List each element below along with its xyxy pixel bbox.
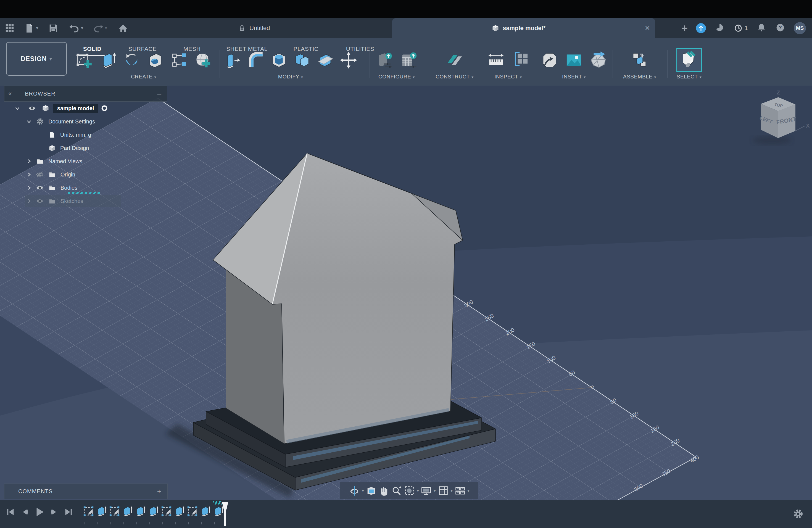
user-avatar[interactable]: MS	[794, 22, 806, 34]
assemble-menu[interactable]: ASSEMBLE▾	[618, 74, 662, 80]
step-forward-button[interactable]	[48, 506, 60, 518]
sketch-feature-icon[interactable]	[187, 502, 198, 519]
sketch-feature-icon[interactable]	[109, 502, 120, 519]
sketch-feature-icon[interactable]	[83, 502, 95, 519]
orbit-tool-button[interactable]	[349, 485, 360, 496]
combine-button[interactable]	[291, 48, 314, 72]
look-at-tool-button[interactable]	[366, 485, 377, 496]
insert-derive-button[interactable]	[537, 48, 562, 72]
design-workspace-menu[interactable]: DESIGN▾	[6, 42, 67, 76]
configuration-button[interactable]	[372, 48, 396, 72]
browser-row-origin[interactable]: Origin	[4, 168, 167, 181]
component-name[interactable]: sample model	[53, 104, 98, 113]
display-settings-button[interactable]	[421, 485, 432, 496]
document-tab-untitled[interactable]: Untitled ✕	[228, 18, 402, 38]
select-menu[interactable]: SELECT▾	[674, 74, 704, 80]
zoom-tool-button[interactable]	[391, 485, 402, 496]
extrude-feature-icon[interactable]	[174, 502, 185, 519]
hole-button[interactable]	[144, 48, 168, 72]
press-pull-button[interactable]	[221, 48, 244, 72]
collapse-panel-icon[interactable]: «	[8, 90, 12, 97]
measure-button[interactable]	[484, 48, 508, 72]
chevron-down-icon[interactable]	[14, 105, 21, 112]
create-menu[interactable]: CREATE▾	[72, 74, 215, 80]
grid-settings-button[interactable]	[438, 485, 449, 496]
construct-menu[interactable]: CONSTRUCT▾	[430, 74, 479, 80]
step-back-button[interactable]	[19, 506, 31, 518]
chevron-right-icon[interactable]	[26, 185, 32, 191]
extrude-feature-icon[interactable]	[96, 502, 107, 519]
comments-bar[interactable]: COMMENTS +	[4, 484, 168, 499]
browser-row-bodies[interactable]: Bodies	[4, 181, 167, 194]
add-comment-button[interactable]: +	[157, 487, 161, 496]
extrude-button[interactable]	[96, 48, 120, 72]
eye-icon[interactable]	[28, 104, 36, 113]
sketch-feature-icon[interactable]	[161, 502, 172, 519]
3d-viewport[interactable]: 300 250 200 150 100 50 0 50 100 150 200 …	[0, 86, 812, 500]
extrude-feature-icon[interactable]	[200, 502, 211, 519]
viewports-caret-icon[interactable]: ▾	[468, 488, 469, 493]
configuration-table-button[interactable]	[396, 48, 421, 72]
help-icon[interactable]	[775, 23, 785, 34]
extensions-icon[interactable]	[696, 23, 706, 33]
activate-component-radio[interactable]	[101, 105, 108, 112]
move-copy-button[interactable]	[337, 48, 360, 72]
new-tab-button[interactable]: +	[682, 23, 688, 33]
job-status-icon[interactable]	[714, 23, 725, 34]
browser-row-document-settings[interactable]: Document Settings	[4, 115, 167, 128]
notifications-bell-icon[interactable]	[756, 23, 767, 34]
eye-off-icon[interactable]	[35, 171, 44, 179]
document-tab-sample-model[interactable]: sample model* ✕	[392, 18, 655, 38]
browser-row-part-design[interactable]: Part Design	[4, 142, 167, 155]
browser-row-root[interactable]: sample model	[4, 102, 167, 115]
browser-row-sketches[interactable]: Sketches	[4, 194, 167, 208]
inspect-menu[interactable]: INSPECT▾	[484, 74, 533, 80]
display-caret-icon[interactable]: ▾	[434, 488, 436, 493]
go-to-start-button[interactable]	[5, 506, 17, 518]
insert-mesh-button[interactable]	[586, 48, 610, 72]
section-analysis-button[interactable]	[508, 48, 533, 72]
go-to-end-button[interactable]	[62, 506, 74, 518]
chevron-right-icon[interactable]	[26, 158, 32, 165]
rectangular-pattern-button[interactable]	[168, 48, 191, 72]
revolve-button[interactable]	[120, 48, 144, 72]
file-menu-button[interactable]: ▾	[20, 18, 41, 38]
browser-row-named-views[interactable]: Named Views	[4, 155, 167, 168]
redo-button[interactable]: ▾	[88, 18, 112, 38]
select-tool-button[interactable]	[677, 48, 702, 72]
home-button[interactable]	[113, 18, 134, 38]
canvas-button[interactable]	[562, 48, 586, 72]
split-body-button[interactable]	[314, 48, 337, 72]
app-grid-menu-button[interactable]	[0, 18, 19, 38]
shell-button[interactable]	[267, 48, 291, 72]
close-tab-icon[interactable]: ✕	[640, 24, 655, 32]
orbit-caret-icon[interactable]: ▾	[362, 488, 364, 493]
eye-icon[interactable]	[35, 184, 44, 192]
chevron-down-icon[interactable]	[26, 118, 32, 125]
create-sketch-button[interactable]	[72, 48, 96, 72]
timeline-playhead[interactable]	[221, 502, 229, 526]
extrude-feature-icon[interactable]	[135, 502, 146, 519]
construct-plane-button[interactable]	[442, 48, 467, 72]
fit-caret-icon[interactable]: ▾	[417, 488, 419, 493]
new-component-button[interactable]	[627, 48, 652, 72]
modify-menu[interactable]: MODIFY▾	[221, 74, 360, 80]
fit-view-button[interactable]	[404, 485, 415, 496]
minimize-panel-button[interactable]: –	[157, 89, 161, 98]
configure-menu[interactable]: CONFIGURE▾	[372, 74, 421, 80]
create-form-button[interactable]	[191, 48, 215, 72]
browser-header[interactable]: « BROWSER –	[4, 86, 167, 102]
browser-row-units[interactable]: Units: mm, g	[4, 128, 167, 142]
recent-activity-button[interactable]: 1	[733, 23, 748, 33]
play-button[interactable]	[34, 506, 45, 518]
grid-caret-icon[interactable]: ▾	[451, 488, 453, 493]
chevron-right-icon[interactable]	[26, 171, 32, 178]
insert-menu[interactable]: INSERT▾	[537, 74, 610, 80]
timeline-settings-gear-icon[interactable]	[792, 508, 804, 521]
save-button[interactable]	[43, 18, 64, 38]
pan-tool-button[interactable]	[378, 485, 389, 496]
view-cube[interactable]: TOP LEFT FRONT Z X	[746, 91, 812, 154]
fillet-button[interactable]	[244, 48, 267, 72]
viewports-button[interactable]	[454, 485, 466, 496]
undo-button[interactable]: ▾	[65, 18, 87, 38]
